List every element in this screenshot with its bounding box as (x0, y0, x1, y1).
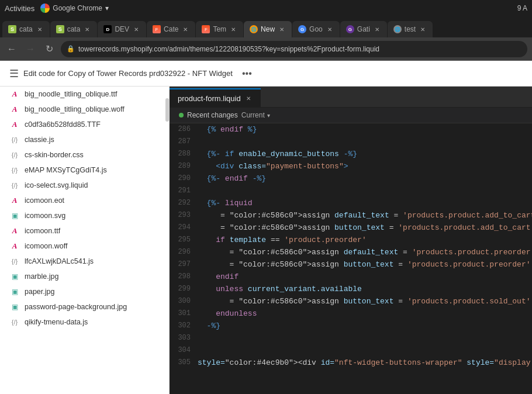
chrome-dropdown-icon[interactable]: ▾ (105, 4, 109, 12)
url-text: towerrecords.myshopify.com/admin/themes/… (78, 45, 379, 53)
status-dot (179, 113, 184, 117)
line-content[interactable]: unless current_variant.available (198, 283, 532, 295)
code-line: 287 (170, 136, 532, 148)
tab-close-tab3[interactable]: ✕ (132, 25, 140, 33)
font-file-icon: A (9, 89, 20, 99)
line-content[interactable]: style="color:#4ec9b0"><div id="nft-widge… (198, 357, 532, 369)
sidebar-file-item[interactable]: ▣icomoon.svg (0, 208, 169, 223)
code-line: 288 {%- if enable_dynamic_buttons -%} (170, 148, 532, 160)
sidebar-file-item[interactable]: {/}lfcAXLwjkDALc541.js (0, 254, 169, 269)
sidebar-file-item[interactable]: {/}qikify-tmenu-data.js (0, 314, 169, 330)
line-content[interactable]: = "color:#c586c0">assign default_text = … (198, 209, 532, 222)
line-content[interactable]: = "color:#c586c0">assign button_text = '… (198, 258, 532, 271)
firefox-favicon-icon: 🌐 (250, 25, 258, 33)
tab-close-tab7[interactable]: ✕ (326, 25, 334, 33)
line-number: 299 (170, 283, 198, 295)
line-content[interactable]: -%} (198, 320, 532, 332)
browser-tab-tab4[interactable]: FCate✕ (147, 21, 195, 37)
code-line: 290 {%- endif -%} (170, 172, 532, 185)
font-file-icon: A (9, 119, 20, 130)
shopify-favicon-icon: S (56, 25, 64, 33)
line-number: 302 (170, 320, 198, 332)
tab-close-tab5[interactable]: ✕ (229, 25, 237, 33)
tab-close-tab1[interactable]: ✕ (36, 25, 44, 33)
browser-tab-tab1[interactable]: Scata✕ (2, 21, 50, 37)
editor-tab-close-button[interactable]: ✕ (244, 94, 253, 102)
tab-close-tab9[interactable]: ✕ (419, 25, 427, 33)
code-line: 286 {% endif %} (170, 123, 532, 136)
line-content[interactable]: {%- endif -%} (198, 172, 532, 185)
recent-changes-label: Recent changes (187, 111, 238, 119)
code-file-icon: {/} (9, 150, 20, 160)
browser-tab-tab9[interactable]: 🌐test✕ (388, 21, 433, 37)
back-button[interactable]: ← (5, 42, 19, 56)
editor-tab-product-form[interactable]: product-form.liquid ✕ (170, 88, 261, 107)
chrome-app[interactable]: Google Chrome ▾ (40, 4, 109, 13)
breadcrumb-menu-button[interactable]: ••• (242, 68, 252, 79)
dev-favicon-icon: D (103, 25, 112, 33)
sidebar-file-name: big_noodle_titling_oblique.woff (25, 105, 125, 113)
refresh-button[interactable]: ↻ (42, 42, 56, 56)
sidebar-file-item[interactable]: Aicomoon.woff (0, 239, 169, 254)
code-line: 297 = "color:#c586c0">assign button_text… (170, 258, 532, 271)
line-number: 304 (170, 344, 198, 357)
activities-label[interactable]: Activities (5, 4, 34, 13)
line-content[interactable]: {%- if enable_dynamic_buttons -%} (198, 148, 532, 160)
sidebar-file-name: eMAP MXSyTCgGdiT4.js (25, 166, 107, 174)
sidebar-file-item[interactable]: ▣marble.jpg (0, 269, 169, 284)
browser-tab-tab8[interactable]: GGati✕ (340, 21, 387, 37)
sidebar-file-item[interactable]: {/}eMAP MXSyTCgGdiT4.js (0, 163, 169, 178)
line-number: 303 (170, 332, 198, 344)
sidebar-file-item[interactable]: Aicomoon.eot (0, 193, 169, 208)
line-content[interactable]: <div class="payment-buttons"> (198, 160, 532, 172)
browser-tab-tab3[interactable]: DDEV✕ (98, 21, 146, 37)
editor-tab-label: product-form.liquid (178, 94, 241, 103)
line-content[interactable]: = "color:#c586c0">assign button_text = '… (198, 222, 532, 234)
code-line: 305style="color:#4ec9b0"><div id="nft-wi… (170, 357, 532, 369)
tab-close-tab4[interactable]: ✕ (181, 25, 189, 33)
sidebar-file-item[interactable]: ▣paper.jpg (0, 284, 169, 299)
line-content[interactable]: = "color:#c586c0">assign default_text = … (198, 246, 532, 258)
line-number: 287 (170, 136, 198, 148)
line-content[interactable]: endif (198, 271, 532, 283)
browser-tab-tab7[interactable]: GGoo✕ (292, 21, 340, 37)
forward-button[interactable]: → (23, 42, 37, 56)
tab-close-tab8[interactable]: ✕ (373, 25, 381, 33)
chrome-name: Google Chrome (53, 4, 102, 12)
sidebar-file-item[interactable]: Aicomoon.ttf (0, 223, 169, 239)
sidebar-file-item[interactable]: {/}ico-select.svg.liquid (0, 178, 169, 193)
sidebar-file-item[interactable]: {/}cs-skin-border.css (0, 147, 169, 163)
browser-tab-tab6[interactable]: 🌐New✕ (244, 21, 292, 37)
gatsby-favicon-icon: G (346, 25, 354, 33)
code-file-icon: {/} (9, 165, 20, 175)
sidebar-file-name: classie.js (25, 136, 54, 144)
sidebar-toggle-button[interactable]: ☰ (9, 67, 19, 80)
sidebar-file-name: icomoon.ttf (25, 227, 60, 235)
font-file-icon: A (9, 226, 20, 236)
url-bar[interactable]: 🔒 towerrecords.myshopify.com/admin/theme… (61, 41, 527, 57)
code-line: 302 -%} (170, 320, 532, 332)
line-content[interactable]: endunless (198, 307, 532, 320)
line-content[interactable]: = "color:#c586c0">assign button_text = '… (198, 295, 532, 307)
current-badge-button[interactable]: Current ▾ (241, 111, 270, 119)
sidebar-file-item[interactable]: Abig_noodle_titling_oblique.woff (0, 102, 169, 117)
sidebar-file-item[interactable]: {/}classie.js (0, 132, 169, 147)
browser-tab-tab2[interactable]: Scata✕ (50, 21, 98, 37)
line-content[interactable]: {% endif %} (198, 123, 532, 136)
line-content[interactable]: if template == 'product.preorder' (198, 234, 532, 246)
browser-tab-tab5[interactable]: FTem✕ (196, 21, 243, 37)
sidebar-file-item[interactable]: Ac0df3a6b528fdd85.TTF (0, 117, 169, 132)
code-line: 296 = "color:#c586c0">assign default_tex… (170, 246, 532, 258)
tab-close-tab6[interactable]: ✕ (278, 25, 286, 33)
line-number: 296 (170, 246, 198, 258)
sidebar-file-name: ico-select.svg.liquid (25, 181, 88, 189)
tab-bar: Scata✕Scata✕DDEV✕FCate✕FTem✕🌐New✕GGoo✕GG… (0, 16, 532, 37)
sidebar-scrollbar[interactable] (165, 98, 169, 122)
line-content[interactable]: {%- liquid (198, 197, 532, 209)
figma-favicon-icon: F (153, 25, 161, 33)
sidebar-file-item[interactable]: ▣password-page-background.jpg (0, 299, 169, 314)
code-line: 304 (170, 344, 532, 357)
sidebar-file-item[interactable]: Abig_noodle_titling_oblique.ttf (0, 87, 169, 102)
code-editor[interactable]: 286 {% endif %}287288 {%- if enable_dyna… (170, 123, 532, 394)
tab-close-tab2[interactable]: ✕ (83, 25, 91, 33)
